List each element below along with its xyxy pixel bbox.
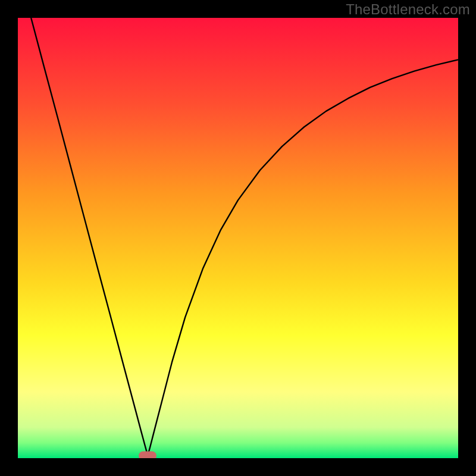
watermark-text: TheBottleneck.com <box>346 1 470 18</box>
plot-svg <box>18 18 458 458</box>
chart-frame: TheBottleneck.com <box>0 0 476 476</box>
plot-area <box>18 18 458 458</box>
gradient-background <box>18 18 458 458</box>
optimum-marker <box>139 451 156 458</box>
